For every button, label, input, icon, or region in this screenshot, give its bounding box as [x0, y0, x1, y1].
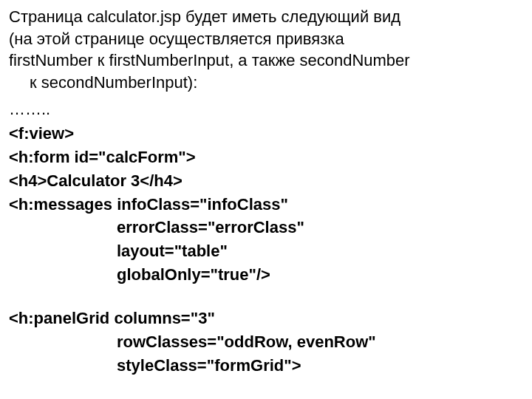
- intro-line-4: к secondNumberInput):: [9, 72, 523, 94]
- code-line-1: <f:view>: [9, 123, 523, 145]
- blank-line: [9, 287, 523, 306]
- code-line-10: styleClass="formGrid">: [9, 355, 523, 377]
- code-line-9: rowClasses="oddRow, evenRow": [9, 331, 523, 353]
- code-line-6: layout="table": [9, 240, 523, 262]
- code-line-8: <h:panelGrid columns="3": [9, 307, 523, 330]
- intro-line-1: Страница calculator.jsp будет иметь след…: [9, 6, 523, 28]
- code-line-7: globalOnly="true"/>: [9, 264, 523, 286]
- code-line-3: <h4>Calculator 3</h4>: [9, 170, 523, 192]
- code-line-5: errorClass="errorClass": [9, 216, 523, 239]
- intro-line-3: firstNumber к firstNumberInput, а также …: [9, 50, 523, 72]
- intro-line-2: (на этой странице осуществляется привязк…: [9, 28, 523, 50]
- code-line-4: <h:messages infoClass="infoClass": [9, 194, 523, 216]
- intro-paragraph: Страница calculator.jsp будет иметь след…: [9, 6, 523, 94]
- code-line-2: <h:form id="calcForm">: [9, 146, 523, 168]
- ellipsis-line: ……..: [9, 98, 523, 120]
